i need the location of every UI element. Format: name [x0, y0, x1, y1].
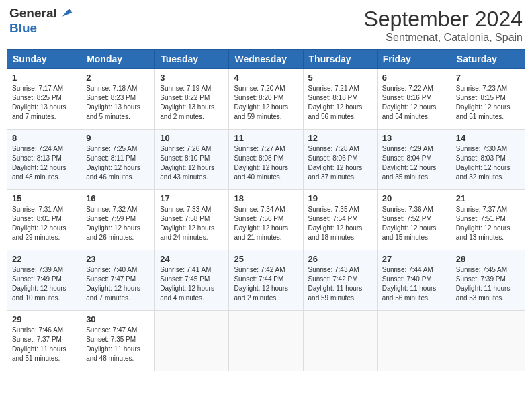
- day-number: 17: [160, 193, 224, 203]
- logo-bird-icon: [58, 7, 73, 21]
- table-row: 16 Sunrise: 7:32 AM Sunset: 7:59 PM Dayl…: [81, 190, 155, 250]
- day-number: 20: [382, 193, 446, 203]
- day-number: 25: [234, 254, 298, 264]
- day-number: 6: [382, 73, 446, 83]
- calendar-table: Sunday Monday Tuesday Wednesday Thursday…: [7, 49, 525, 371]
- day-info: Sunrise: 7:27 AM Sunset: 8:08 PM Dayligh…: [234, 144, 298, 182]
- table-row: 5 Sunrise: 7:21 AM Sunset: 8:18 PM Dayli…: [303, 69, 377, 130]
- day-info: Sunrise: 7:26 AM Sunset: 8:10 PM Dayligh…: [160, 144, 224, 182]
- day-info: Sunrise: 7:33 AM Sunset: 7:58 PM Dayligh…: [160, 205, 224, 242]
- day-number: 19: [308, 193, 372, 203]
- table-row: 10 Sunrise: 7:26 AM Sunset: 8:10 PM Dayl…: [155, 130, 229, 190]
- day-info: Sunrise: 7:41 AM Sunset: 7:45 PM Dayligh…: [160, 265, 224, 303]
- day-info: Sunrise: 7:30 AM Sunset: 8:03 PM Dayligh…: [456, 144, 520, 182]
- day-number: 30: [86, 314, 150, 324]
- col-monday: Monday: [81, 50, 155, 69]
- table-row: 17 Sunrise: 7:33 AM Sunset: 7:58 PM Dayl…: [155, 190, 229, 250]
- day-number: 4: [234, 73, 298, 83]
- day-info: Sunrise: 7:36 AM Sunset: 7:52 PM Dayligh…: [382, 205, 446, 242]
- day-number: 9: [86, 133, 150, 143]
- calendar-week-row: 22 Sunrise: 7:39 AM Sunset: 7:49 PM Dayl…: [7, 250, 525, 311]
- col-wednesday: Wednesday: [229, 50, 303, 69]
- day-info: Sunrise: 7:35 AM Sunset: 7:54 PM Dayligh…: [308, 205, 372, 242]
- day-info: Sunrise: 7:20 AM Sunset: 8:20 PM Dayligh…: [234, 84, 298, 122]
- day-number: 2: [86, 73, 150, 83]
- table-row: 11 Sunrise: 7:27 AM Sunset: 8:08 PM Dayl…: [229, 130, 303, 190]
- table-row: 21 Sunrise: 7:37 AM Sunset: 7:51 PM Dayl…: [451, 190, 525, 250]
- table-row: 6 Sunrise: 7:22 AM Sunset: 8:16 PM Dayli…: [377, 69, 451, 130]
- day-number: 11: [234, 133, 298, 143]
- calendar-week-row: 15 Sunrise: 7:31 AM Sunset: 8:01 PM Dayl…: [7, 190, 525, 250]
- day-info: Sunrise: 7:44 AM Sunset: 7:40 PM Dayligh…: [382, 265, 446, 303]
- day-info: Sunrise: 7:21 AM Sunset: 8:18 PM Dayligh…: [308, 84, 372, 122]
- table-row: 9 Sunrise: 7:25 AM Sunset: 8:11 PM Dayli…: [81, 130, 155, 190]
- table-row: [155, 311, 229, 371]
- table-row: [451, 311, 525, 371]
- title-block: September 2024 Sentmenat, Catalonia, Spa…: [363, 7, 523, 44]
- day-info: Sunrise: 7:23 AM Sunset: 8:15 PM Dayligh…: [456, 84, 520, 122]
- day-number: 29: [12, 314, 76, 324]
- table-row: 25 Sunrise: 7:42 AM Sunset: 7:44 PM Dayl…: [229, 250, 303, 311]
- day-info: Sunrise: 7:42 AM Sunset: 7:44 PM Dayligh…: [234, 265, 298, 303]
- col-tuesday: Tuesday: [155, 50, 229, 69]
- calendar-week-row: 1 Sunrise: 7:17 AM Sunset: 8:25 PM Dayli…: [7, 69, 525, 130]
- day-info: Sunrise: 7:22 AM Sunset: 8:16 PM Dayligh…: [382, 84, 446, 122]
- table-row: 23 Sunrise: 7:40 AM Sunset: 7:47 PM Dayl…: [81, 250, 155, 311]
- calendar-header-row: Sunday Monday Tuesday Wednesday Thursday…: [7, 50, 525, 69]
- day-info: Sunrise: 7:18 AM Sunset: 8:23 PM Dayligh…: [86, 84, 150, 122]
- table-row: 18 Sunrise: 7:34 AM Sunset: 7:56 PM Dayl…: [229, 190, 303, 250]
- table-row: 26 Sunrise: 7:43 AM Sunset: 7:42 PM Dayl…: [303, 250, 377, 311]
- day-info: Sunrise: 7:31 AM Sunset: 8:01 PM Dayligh…: [12, 205, 76, 242]
- day-info: Sunrise: 7:17 AM Sunset: 8:25 PM Dayligh…: [12, 84, 76, 122]
- day-number: 13: [382, 133, 446, 143]
- day-number: 27: [382, 254, 446, 264]
- month-title: September 2024: [363, 7, 523, 32]
- table-row: 24 Sunrise: 7:41 AM Sunset: 7:45 PM Dayl…: [155, 250, 229, 311]
- table-row: 19 Sunrise: 7:35 AM Sunset: 7:54 PM Dayl…: [303, 190, 377, 250]
- day-info: Sunrise: 7:32 AM Sunset: 7:59 PM Dayligh…: [86, 205, 150, 242]
- table-row: 12 Sunrise: 7:28 AM Sunset: 8:06 PM Dayl…: [303, 130, 377, 190]
- calendar-week-row: 29 Sunrise: 7:46 AM Sunset: 7:37 PM Dayl…: [7, 311, 525, 371]
- day-number: 16: [86, 193, 150, 203]
- day-number: 24: [160, 254, 224, 264]
- location-title: Sentmenat, Catalonia, Spain: [363, 32, 523, 44]
- day-info: Sunrise: 7:19 AM Sunset: 8:22 PM Dayligh…: [160, 84, 224, 122]
- col-sunday: Sunday: [7, 50, 81, 69]
- table-row: [229, 311, 303, 371]
- table-row: 4 Sunrise: 7:20 AM Sunset: 8:20 PM Dayli…: [229, 69, 303, 130]
- day-number: 28: [456, 254, 520, 264]
- day-info: Sunrise: 7:28 AM Sunset: 8:06 PM Dayligh…: [308, 144, 372, 182]
- table-row: [303, 311, 377, 371]
- day-number: 5: [308, 73, 372, 83]
- table-row: 14 Sunrise: 7:30 AM Sunset: 8:03 PM Dayl…: [451, 130, 525, 190]
- day-number: 26: [308, 254, 372, 264]
- table-row: 15 Sunrise: 7:31 AM Sunset: 8:01 PM Dayl…: [7, 190, 81, 250]
- day-number: 1: [12, 73, 76, 83]
- day-info: Sunrise: 7:39 AM Sunset: 7:49 PM Dayligh…: [12, 265, 76, 303]
- table-row: 27 Sunrise: 7:44 AM Sunset: 7:40 PM Dayl…: [377, 250, 451, 311]
- logo-general: General: [9, 6, 57, 20]
- day-info: Sunrise: 7:25 AM Sunset: 8:11 PM Dayligh…: [86, 144, 150, 182]
- day-number: 22: [12, 254, 76, 264]
- day-number: 21: [456, 193, 520, 203]
- table-row: 29 Sunrise: 7:46 AM Sunset: 7:37 PM Dayl…: [7, 311, 81, 371]
- day-number: 7: [456, 73, 520, 83]
- col-saturday: Saturday: [451, 50, 525, 69]
- day-number: 12: [308, 133, 372, 143]
- day-info: Sunrise: 7:29 AM Sunset: 8:04 PM Dayligh…: [382, 144, 446, 182]
- logo-blue: Blue: [9, 21, 73, 36]
- day-info: Sunrise: 7:47 AM Sunset: 7:35 PM Dayligh…: [86, 326, 150, 363]
- day-number: 14: [456, 133, 520, 143]
- day-number: 15: [12, 193, 76, 203]
- day-number: 8: [12, 133, 76, 143]
- table-row: 1 Sunrise: 7:17 AM Sunset: 8:25 PM Dayli…: [7, 69, 81, 130]
- calendar-week-row: 8 Sunrise: 7:24 AM Sunset: 8:13 PM Dayli…: [7, 130, 525, 190]
- day-info: Sunrise: 7:40 AM Sunset: 7:47 PM Dayligh…: [86, 265, 150, 303]
- table-row: 2 Sunrise: 7:18 AM Sunset: 8:23 PM Dayli…: [81, 69, 155, 130]
- table-row: 20 Sunrise: 7:36 AM Sunset: 7:52 PM Dayl…: [377, 190, 451, 250]
- day-number: 23: [86, 254, 150, 264]
- table-row: 3 Sunrise: 7:19 AM Sunset: 8:22 PM Dayli…: [155, 69, 229, 130]
- day-info: Sunrise: 7:24 AM Sunset: 8:13 PM Dayligh…: [12, 144, 76, 182]
- table-row: [377, 311, 451, 371]
- day-info: Sunrise: 7:46 AM Sunset: 7:37 PM Dayligh…: [12, 326, 76, 363]
